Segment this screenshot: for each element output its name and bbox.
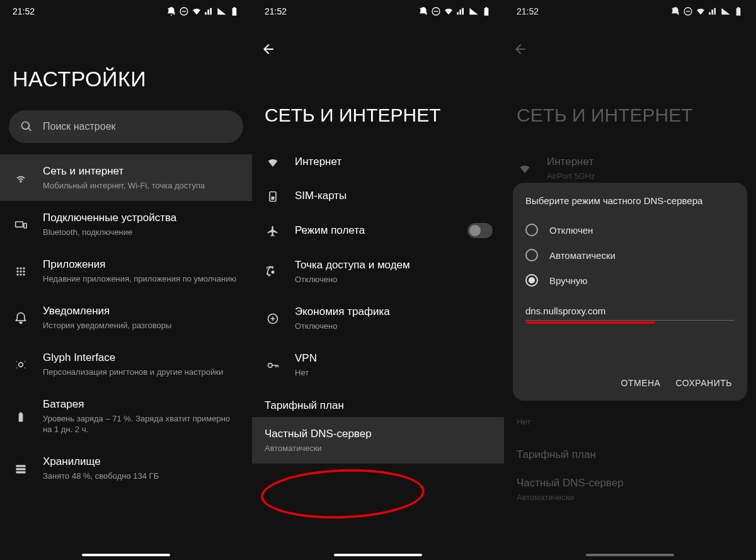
status-bar: 21:52 <box>252 0 504 23</box>
radio-label: Автоматически <box>549 250 616 261</box>
item-datasaver[interactable]: Экономия трафикаОтключено <box>252 295 504 341</box>
page-title: СЕТЬ И ИНТЕРНЕТ <box>504 67 756 145</box>
item-title: Точка доступа и модем <box>295 258 493 272</box>
item-vpn-bg: Нет <box>504 412 756 437</box>
item-connected-devices[interactable]: Подключенные устройстваBluetooth, подклю… <box>0 201 252 248</box>
cancel-button[interactable]: ОТМЕНА <box>621 378 661 388</box>
svg-rect-21 <box>16 471 26 473</box>
item-title: Режим полета <box>295 224 467 237</box>
svg-point-10 <box>20 273 21 275</box>
page-title: НАСТРОЙКИ <box>0 23 252 110</box>
datasaver-icon <box>266 312 279 325</box>
item-sub: Отключено <box>295 321 493 331</box>
status-time: 21:52 <box>13 6 35 16</box>
item-sim[interactable]: SIM-карты <box>252 179 504 213</box>
item-sub: Bluetooth, подключение <box>43 227 241 237</box>
item-title: Хранилище <box>43 455 241 469</box>
svg-point-12 <box>19 363 23 367</box>
svg-point-5 <box>23 267 25 269</box>
svg-point-4 <box>20 267 21 269</box>
minus-circle-icon <box>431 6 441 16</box>
item-sub: AirPort 5GHz <box>547 171 745 181</box>
svg-rect-24 <box>272 197 275 200</box>
item-notifications[interactable]: УведомленияИстория уведомлений, разговор… <box>0 294 252 341</box>
section-plan: Тарифный план <box>504 437 756 466</box>
storage-icon <box>14 462 27 475</box>
item-sub: Отключено <box>295 274 493 285</box>
minus-circle-icon <box>683 6 693 16</box>
svg-point-16 <box>25 367 26 369</box>
devices-icon <box>14 219 27 231</box>
save-button[interactable]: СОХРАНИТЬ <box>675 378 732 388</box>
dnd-icon <box>166 6 176 16</box>
wifi-icon <box>14 172 27 185</box>
screen-settings: 21:52 НАСТРОЙКИ Поиск настроек Сеть и ин… <box>0 0 252 560</box>
item-storage[interactable]: ХранилищеЗанято 48 %, свободно 134 ГБ <box>0 445 252 491</box>
item-sub: Мобильный интернет, Wi-Fi, точка доступа <box>43 180 241 191</box>
wifi-icon <box>518 163 531 175</box>
svg-point-6 <box>16 270 18 272</box>
item-title: Сеть и интернет <box>43 164 241 178</box>
dns-hostname-input[interactable]: dns.nullsproxy.com <box>525 302 735 321</box>
back-button[interactable] <box>252 31 504 67</box>
radio-off[interactable]: Отключен <box>525 217 735 243</box>
radio-icon <box>525 274 538 287</box>
item-network[interactable]: Сеть и интернетМобильный интернет, Wi-Fi… <box>0 154 252 201</box>
item-hotspot[interactable]: Точка доступа и модемОтключено <box>252 248 504 295</box>
wifi-icon <box>266 156 279 169</box>
glyph-icon <box>14 358 27 371</box>
dnd-icon <box>670 6 680 16</box>
search-placeholder: Поиск настроек <box>43 121 116 132</box>
signal2-icon <box>721 6 731 16</box>
item-sub: Недавние приложения, приложения по умолч… <box>43 273 241 284</box>
back-button[interactable] <box>504 31 756 67</box>
wifi-icon <box>192 6 202 16</box>
status-bar: 21:52 <box>0 0 252 23</box>
search-input[interactable]: Поиск настроек <box>9 110 243 143</box>
item-title: Частный DNS-сервер <box>265 427 493 441</box>
settings-list: Сеть и интернетМобильный интернет, Wi-Fi… <box>0 154 252 560</box>
item-sub: Автоматически <box>517 492 745 503</box>
radio-auto[interactable]: Автоматически <box>525 243 735 268</box>
svg-point-7 <box>20 270 21 272</box>
item-private-dns[interactable]: Частный DNS-серверАвтоматически <box>252 417 504 464</box>
radio-label: Отключен <box>549 225 593 236</box>
screen-network: 21:52 СЕТЬ И ИНТЕРНЕТ Интернет SIM-карты… <box>252 0 504 560</box>
airplane-toggle[interactable] <box>467 223 493 238</box>
status-time: 21:52 <box>517 6 539 16</box>
search-icon <box>20 120 33 133</box>
svg-rect-1 <box>16 222 23 227</box>
dns-dialog: Выберите режим частного DNS-сервера Откл… <box>513 183 747 401</box>
hotspot-icon <box>266 266 279 278</box>
section-plan: Тарифный план <box>252 388 504 417</box>
nav-bar[interactable] <box>586 554 674 556</box>
battery-icon <box>14 411 27 423</box>
item-airplane[interactable]: Режим полета <box>252 213 504 248</box>
item-title: SIM-карты <box>295 189 493 203</box>
battery-icon <box>733 6 743 16</box>
item-vpn[interactable]: VPNНет <box>252 341 504 388</box>
nav-bar[interactable] <box>82 554 170 556</box>
item-title: Экономия трафика <box>295 305 493 319</box>
dialog-title: Выберите режим частного DNS-сервера <box>525 195 735 206</box>
item-title: VPN <box>295 351 493 365</box>
item-sub: Персонализация рингтонов и другие настро… <box>43 367 241 377</box>
radio-icon <box>525 249 538 261</box>
svg-point-14 <box>25 361 26 362</box>
minus-circle-icon <box>179 6 189 16</box>
item-title: Подключенные устройства <box>43 211 241 225</box>
svg-point-25 <box>272 271 275 274</box>
item-title: Батарея <box>43 397 241 411</box>
item-battery[interactable]: БатареяУровень заряда – 71 %. Заряда хва… <box>0 387 252 445</box>
item-internet[interactable]: Интернет <box>252 145 504 179</box>
svg-rect-19 <box>16 465 26 467</box>
signal-icon <box>708 6 718 16</box>
screen-dns-dialog: 21:52 СЕТЬ И ИНТЕРНЕТ ИнтернетAirPort 5G… <box>504 0 756 560</box>
item-sub: История уведомлений, разговоры <box>43 320 241 331</box>
nav-bar[interactable] <box>334 554 422 556</box>
item-sub: Занято 48 %, свободно 134 ГБ <box>43 471 241 481</box>
annotation-underline <box>525 321 655 324</box>
item-apps[interactable]: ПриложенияНедавние приложения, приложени… <box>0 248 252 294</box>
item-glyph[interactable]: Glyph InterfaceПерсонализация рингтонов … <box>0 341 252 387</box>
radio-manual[interactable]: Вручную <box>525 268 735 293</box>
